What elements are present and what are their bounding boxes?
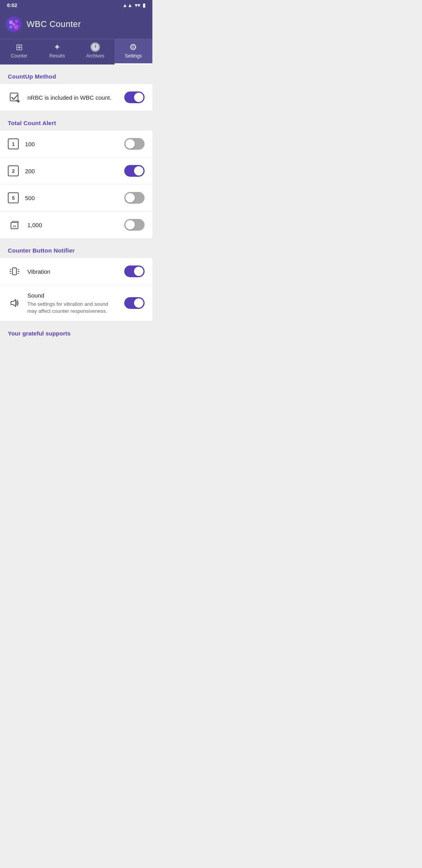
tab-results-label: Results bbox=[49, 53, 65, 59]
svg-rect-10 bbox=[12, 221, 18, 222]
footer-supports-label: Your grateful supports bbox=[0, 321, 152, 341]
vibration-toggle[interactable] bbox=[124, 265, 145, 277]
alert-200-toggle[interactable] bbox=[124, 165, 145, 177]
sound-toggle-knob bbox=[134, 298, 143, 308]
svg-marker-19 bbox=[11, 299, 16, 307]
alert-500-toggle[interactable] bbox=[124, 192, 145, 204]
tab-results[interactable]: ✦ Results bbox=[38, 39, 77, 65]
results-icon: ✦ bbox=[54, 43, 61, 52]
nrbc-label: nRBC is included in WBC count. bbox=[27, 93, 118, 102]
alert-500-text: 500 bbox=[25, 194, 118, 202]
alert-100-toggle[interactable] bbox=[124, 138, 145, 150]
alert-500-label: 500 bbox=[25, 194, 118, 202]
alert-1000-text: 1,000 bbox=[27, 221, 118, 229]
sound-text: Sound The settings for vibration and sou… bbox=[27, 291, 118, 315]
badge-5-icon: 5 bbox=[8, 192, 19, 203]
svg-rect-12 bbox=[13, 268, 16, 275]
status-time: 6:02 bbox=[7, 2, 17, 8]
alert-200-text: 200 bbox=[25, 167, 118, 175]
svg-point-5 bbox=[13, 23, 15, 25]
wifi-icon: ▾▾ bbox=[135, 2, 140, 8]
svg-point-4 bbox=[9, 25, 13, 29]
app-title: WBC Counter bbox=[27, 19, 81, 29]
tab-archives-label: Archives bbox=[86, 53, 104, 59]
tab-archives[interactable]: 🕐 Archives bbox=[76, 39, 114, 65]
nrbc-toggle-knob bbox=[134, 93, 143, 102]
sound-icon bbox=[8, 296, 21, 310]
alert-200-label: 200 bbox=[25, 167, 118, 175]
archives-icon: 🕐 bbox=[90, 43, 100, 52]
badge-1-icon: 1 bbox=[8, 138, 19, 149]
signal-icon: ▲▲ bbox=[122, 2, 132, 8]
setting-alert-100: 1 100 bbox=[0, 131, 152, 157]
svg-point-8 bbox=[17, 100, 20, 102]
section-total-alert-header: Total Count Alert bbox=[0, 111, 152, 130]
svg-point-1 bbox=[9, 20, 13, 24]
app-logo bbox=[5, 16, 22, 32]
setting-alert-1000: 1k 1,000 bbox=[0, 212, 152, 238]
nrbc-toggle[interactable] bbox=[124, 91, 145, 103]
sound-label: Sound bbox=[27, 291, 118, 299]
battery-icon: ▮ bbox=[143, 2, 145, 8]
alert-100-text: 100 bbox=[25, 140, 118, 148]
nav-tabs: ⊞ Counter ✦ Results 🕐 Archives ⚙ Setting… bbox=[0, 39, 152, 65]
svg-point-2 bbox=[15, 20, 18, 23]
alert-1000-label: 1,000 bbox=[27, 221, 118, 229]
alert-200-toggle-knob bbox=[134, 166, 143, 176]
settings-content: CountUp Method nRBC is included in WBC c… bbox=[0, 65, 152, 356]
tab-counter-label: Counter bbox=[11, 53, 27, 59]
tab-counter[interactable]: ⊞ Counter bbox=[0, 39, 38, 65]
tab-settings-label: Settings bbox=[125, 53, 142, 59]
status-icons: ▲▲ ▾▾ ▮ bbox=[122, 2, 145, 8]
alert-1000-toggle-knob bbox=[125, 220, 135, 230]
settings-icon: ⚙ bbox=[129, 43, 137, 52]
sound-toggle[interactable] bbox=[124, 297, 145, 309]
tab-settings[interactable]: ⚙ Settings bbox=[114, 39, 153, 65]
status-bar: 6:02 ▲▲ ▾▾ ▮ bbox=[0, 0, 152, 11]
sound-sublabel: The settings for vibration and sound may… bbox=[27, 301, 118, 315]
counter-icon: ⊞ bbox=[16, 43, 23, 52]
app-header: WBC Counter bbox=[0, 11, 152, 39]
setting-sound: Sound The settings for vibration and sou… bbox=[0, 285, 152, 321]
nrbc-icon bbox=[8, 91, 21, 104]
section-notifier-header: Counter Button Notifier bbox=[0, 239, 152, 258]
badge-stack-icon: 1k bbox=[8, 218, 21, 231]
setting-nrbc: nRBC is included in WBC count. bbox=[0, 84, 152, 111]
svg-point-3 bbox=[14, 25, 18, 29]
vibration-icon bbox=[8, 265, 21, 278]
svg-text:1k: 1k bbox=[13, 224, 16, 228]
alert-100-label: 100 bbox=[25, 140, 118, 148]
badge-2-icon: 2 bbox=[8, 165, 19, 176]
alert-1000-toggle[interactable] bbox=[124, 219, 145, 231]
vibration-toggle-knob bbox=[134, 267, 143, 276]
vibration-text: Vibration bbox=[27, 267, 118, 276]
alert-100-toggle-knob bbox=[125, 139, 135, 149]
svg-rect-6 bbox=[10, 93, 18, 101]
section-countup-header: CountUp Method bbox=[0, 65, 152, 84]
alert-500-toggle-knob bbox=[125, 193, 135, 203]
vibration-label: Vibration bbox=[27, 267, 118, 276]
setting-vibration: Vibration bbox=[0, 258, 152, 285]
nrbc-text: nRBC is included in WBC count. bbox=[27, 93, 118, 102]
setting-alert-200: 2 200 bbox=[0, 158, 152, 184]
setting-alert-500: 5 500 bbox=[0, 185, 152, 211]
